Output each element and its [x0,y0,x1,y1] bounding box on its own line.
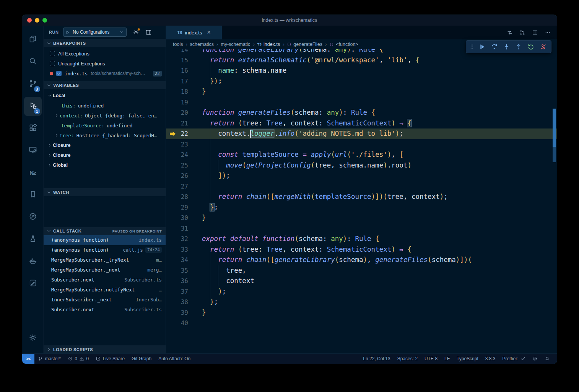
zoom-window-button[interactable] [42,18,47,23]
breakpoints-section-header[interactable]: BREAKPOINTS [44,39,166,47]
line-number[interactable]: 32 [166,234,188,244]
line-number[interactable]: 37 [166,286,188,297]
line-number[interactable]: 19 [166,97,188,108]
code-line-21[interactable]: 21 return (tree: Tree, context: Schemati… [166,118,557,129]
code-line-17[interactable]: 17 }); [166,76,557,87]
line-number[interactable]: 21 [166,118,188,129]
code-line-24[interactable]: 24 const templateSource = apply(url('./f… [166,150,557,160]
code-line-22[interactable]: 22 context.logger.info('adding NOTES.md … [166,128,557,139]
variable-row[interactable]: this:undefined [44,101,166,111]
continue-button[interactable] [476,41,488,52]
line-number[interactable]: 39 [166,307,188,318]
status-branch[interactable]: master* [34,354,64,364]
code-line-25[interactable]: 25 move(getProjectConfig(tree, schema.na… [166,160,557,171]
line-number[interactable]: 40 [166,318,188,329]
line-number[interactable]: 16 [166,65,188,76]
status-git-graph[interactable]: Git Graph [128,354,155,364]
tab-index-ts[interactable]: TS index.ts × [166,26,222,39]
status-indentation[interactable]: Spaces: 2 [394,354,421,364]
minimize-window-button[interactable] [35,18,39,23]
line-number[interactable]: 34 [166,255,188,265]
activity-item-docker[interactable] [24,250,42,273]
loaded-scripts-section-header[interactable]: LOADED SCRIPTS [44,345,166,353]
line-number[interactable]: 27 [166,181,188,192]
status-remote[interactable]: >< [22,354,34,364]
line-number[interactable]: 22 [166,128,188,139]
activity-item-explorer[interactable] [24,29,42,51]
line-number[interactable]: 24 [166,150,188,160]
code-line-36[interactable]: 36 context [166,276,557,286]
call-stack-frame[interactable]: MergeMapSubscriber.notifyNext… [44,285,166,295]
variable-scope-row[interactable]: Closure [44,140,166,150]
activity-item-browser-preview[interactable] [24,206,42,228]
code-line-38[interactable]: 38 }; [166,297,557,307]
call-stack-frame[interactable]: Subscriber.nextSubscriber.ts [44,305,166,315]
activity-item-extensions[interactable] [24,117,42,140]
run-configuration-dropdown[interactable]: No Configurations [63,28,127,37]
split-editor-icon[interactable] [532,29,538,36]
line-number[interactable]: 23 [166,139,188,150]
step-into-button[interactable] [501,41,512,52]
activity-item-nx-console[interactable]: N≥ [24,162,42,184]
breakpoint-exception-row[interactable]: All Exceptions [44,49,166,59]
status-language[interactable]: TypeScript [453,354,482,364]
status-cursor-position[interactable]: Ln 22, Col 13 [359,354,394,364]
variables-section-header[interactable]: VARIABLES [44,81,166,89]
code-line-18[interactable]: 18} [166,86,557,97]
code-line-34[interactable]: 34 return chain([generateLibrary(schema)… [166,255,557,265]
grip-button[interactable] [468,41,475,52]
activity-item-settings[interactable] [24,327,42,350]
status-auto-attach[interactable]: Auto Attach: On [155,354,194,364]
line-number[interactable]: 28 [166,192,188,202]
call-stack-frame[interactable]: (anonymous function)index.ts [44,235,166,245]
code-line-39[interactable]: 39} [166,307,557,318]
checkbox-checked[interactable] [56,71,62,76]
variable-row[interactable]: tree:HostTree {_backend: ScopedH… [44,130,166,140]
breakpoint-row[interactable]: index.tstools/schematics/my-sch…22 [44,68,166,78]
variable-row[interactable]: templateSource:undefined [44,120,166,130]
line-number[interactable]: 14 [166,49,188,55]
call-stack-frame[interactable]: MergeMapSubscriber._nextmerg… [44,265,166,275]
code-line-32[interactable]: 32export default function(schema: any): … [166,234,557,244]
code-line-27[interactable]: 27 [166,181,557,192]
call-stack-frame[interactable]: Subscriber.nextSubscriber.ts [44,275,166,285]
call-stack-frame[interactable]: InnerSubscriber._nextInnerSub… [44,295,166,305]
checkbox-unchecked[interactable] [50,61,55,66]
activity-item-project-notes[interactable] [24,273,42,295]
debug-settings-gear-icon[interactable] [133,29,139,36]
line-number[interactable]: 20 [166,107,188,118]
status-ts-version[interactable]: 3.8.3 [482,354,499,364]
close-window-button[interactable] [27,18,32,23]
code-line-23[interactable]: 23 [166,139,557,150]
open-changes-icon[interactable] [507,29,513,36]
breadcrumb-item-tools[interactable]: tools [173,42,183,47]
open-debug-panel-icon[interactable] [145,29,152,36]
call-stack-section-header[interactable]: CALL STACK PAUSED ON BREAKPOINT [44,227,166,235]
checkbox-unchecked[interactable] [50,51,55,56]
code-line-30[interactable]: 30} [166,213,557,223]
code-area[interactable]: 14function generateLibrary(schema: any):… [166,49,557,353]
git-compare-icon[interactable] [519,29,525,36]
line-number[interactable]: 31 [166,223,188,234]
activity-item-run-debug[interactable]: 1 [24,97,42,116]
status-prettier[interactable]: Prettier: [499,354,529,364]
line-number[interactable]: 36 [166,276,188,286]
line-number[interactable]: 33 [166,244,188,255]
code-line-20[interactable]: 20function generateFiles(schema: any): R… [166,107,557,118]
activity-item-search[interactable] [24,51,42,73]
code-line-19[interactable]: 19 [166,97,557,108]
step-over-button[interactable] [488,41,500,52]
activity-item-bookmarks[interactable] [24,184,42,206]
code-line-15[interactable]: 15 return externalSchematic('@nrwl/works… [166,55,557,66]
code-line-35[interactable]: 35 tree, [166,265,557,276]
code-line-33[interactable]: 33 return (tree: Tree, context: Schemati… [166,244,557,255]
line-number[interactable]: 30 [166,213,188,223]
code-line-16[interactable]: 16 name: schema.name [166,65,557,76]
line-number[interactable]: 15 [166,55,188,66]
code-line-40[interactable]: 40 [166,318,557,329]
close-tab-icon[interactable]: × [207,29,210,36]
code-line-28[interactable]: 28 return chain([mergeWith(templateSourc… [166,192,557,202]
status-feedback[interactable] [529,354,541,364]
code-line-37[interactable]: 37 ); [166,286,557,297]
breakpoint-exception-row[interactable]: Uncaught Exceptions [44,59,166,68]
